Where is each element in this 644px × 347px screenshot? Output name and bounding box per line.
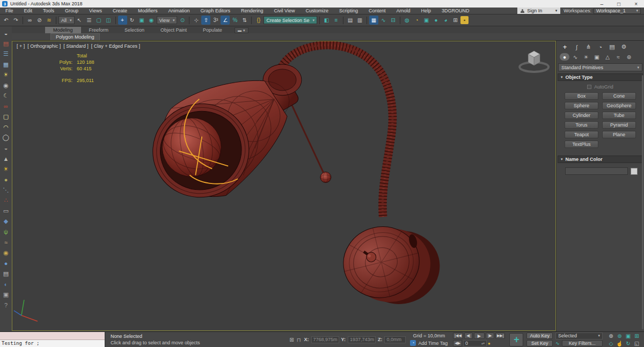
viewport-shading-menu[interactable]: [ Clay + Edged Faces ] <box>91 43 140 49</box>
viewport-layout-icon[interactable]: ⊞ <box>451 16 460 25</box>
teapot-button[interactable]: Teapot <box>565 131 598 138</box>
menu-help[interactable]: Help <box>415 8 436 13</box>
menu-civil-view[interactable]: Civil View <box>269 8 301 13</box>
grass-icon[interactable]: ψ <box>1 227 11 237</box>
ring-sphere-icon[interactable]: ◯ <box>1 133 11 142</box>
next-frame-button[interactable]: |▶ <box>486 333 494 339</box>
textplus-button[interactable]: TextPlus <box>565 141 598 148</box>
polyhedron-icon[interactable]: ◆ <box>1 217 11 226</box>
glasses-icon[interactable]: ∞ <box>1 102 11 111</box>
menu-arnold[interactable]: Arnold <box>391 8 415 13</box>
subtab-space-warps[interactable]: ≈ <box>613 53 623 61</box>
keyboard-shortcut-override-icon[interactable]: ⇧ <box>201 16 210 25</box>
teapot-icon[interactable]: ◒ <box>1 28 11 38</box>
ribbon-tab-modeling[interactable]: Modeling <box>45 27 81 33</box>
box-icon[interactable]: ▣ <box>1 290 11 299</box>
menu-customize[interactable]: Customize <box>300 8 334 13</box>
viewport-general-menu[interactable]: [ + ] <box>17 43 25 49</box>
box-button[interactable]: Box <box>565 92 598 100</box>
angle-snap-toggle-icon[interactable]: ∠ <box>221 16 230 25</box>
sun-icon[interactable]: ☀ <box>1 165 11 174</box>
curve-editor-icon[interactable]: ∿ <box>379 16 388 25</box>
view-cube[interactable] <box>519 51 548 72</box>
autogrid-checkbox[interactable] <box>587 85 591 89</box>
bind-to-space-warp-icon[interactable]: ≋ <box>45 16 54 25</box>
render-production-icon[interactable]: ● <box>431 16 441 25</box>
previous-frame-button[interactable]: ◀| <box>464 333 473 339</box>
clipboard-icon[interactable]: ▤ <box>1 269 11 278</box>
zoom-extents-icon[interactable]: ▣ <box>624 333 632 339</box>
subtab-systems[interactable]: ⊛ <box>624 53 634 61</box>
menu-create[interactable]: Create <box>107 8 133 13</box>
menu-scripting[interactable]: Scripting <box>334 8 363 13</box>
named-selection-set-dropdown[interactable]: Create Selection Se ▾ <box>264 16 317 24</box>
select-by-name-icon[interactable]: ☰ <box>85 16 94 25</box>
polygon-modeling-panel[interactable]: Polygon Modeling <box>50 33 100 40</box>
spinner-snap-toggle-icon[interactable]: ⇅ <box>240 16 249 25</box>
selection-filter-dropdown[interactable]: All ▾ <box>58 16 75 24</box>
menu-group[interactable]: Group <box>60 8 84 13</box>
window-crossing-icon[interactable]: ◫ <box>104 16 113 25</box>
tab-display[interactable]: ▤ <box>607 43 617 51</box>
rectangular-selection-region-icon[interactable]: ▢ <box>94 16 104 25</box>
key-selection-dropdown[interactable]: Selected ▾ <box>555 333 603 339</box>
zoom-extents-all-icon[interactable]: ⊞ <box>633 333 641 339</box>
maximize-viewport-icon[interactable]: ◱ <box>633 340 641 347</box>
object-color-swatch[interactable] <box>631 168 638 175</box>
zoom-icon[interactable]: ⊕ <box>607 333 615 339</box>
add-time-tag[interactable]: ◔ Add Time Tag <box>410 340 448 346</box>
menu-graph-editors[interactable]: Graph Editors <box>195 8 236 13</box>
gamepad-icon[interactable]: ▭ <box>1 206 11 216</box>
viewport[interactable]: [ + ] [ Orthographic ] [ Standard ] [ Cl… <box>12 41 556 331</box>
redo-icon[interactable]: ↷ <box>11 16 20 25</box>
tab-hierarchy[interactable]: ⋔ <box>583 43 594 51</box>
viewport-pov-menu[interactable]: [ Orthographic ] <box>27 43 61 49</box>
ribbon-toggle-icon[interactable]: ▦ <box>369 16 378 25</box>
torus-button[interactable]: Torus <box>565 121 598 129</box>
ribbon-minimize-button[interactable]: ▬ ▾ <box>235 27 248 33</box>
snaps-toggle-icon[interactable]: 3³ <box>211 16 220 25</box>
ribbon-tab-freeform[interactable]: Freeform <box>81 27 117 33</box>
viewport-style-menu[interactable]: [ Standard ] <box>63 43 89 49</box>
cone-icon[interactable]: ▲ <box>1 154 11 163</box>
lamp-model[interactable] <box>141 45 448 316</box>
select-and-rotate-icon[interactable]: ↻ <box>128 16 137 25</box>
panel-scrollbar[interactable] <box>642 75 643 329</box>
tab-utilities[interactable]: ⚙ <box>619 43 629 51</box>
menu-file[interactable]: File <box>0 8 19 13</box>
name-color-header[interactable]: ▾ Name and Color <box>558 156 643 163</box>
zoom-region-icon[interactable]: ◇ <box>607 340 615 347</box>
lightbulb-icon[interactable]: ☀ <box>1 70 11 79</box>
sign-in-button[interactable]: Sign In ▾ <box>517 8 560 14</box>
frame-spinner-down[interactable]: ▾ <box>483 342 485 345</box>
rendered-frame-window-icon[interactable]: ▣ <box>422 16 431 25</box>
grid-icon[interactable]: ▦ <box>1 60 11 69</box>
maximize-button[interactable]: □ <box>617 1 620 7</box>
subtab-lights[interactable]: ☀ <box>581 53 591 61</box>
menu-3dground[interactable]: 3DGROUND <box>436 8 475 13</box>
macro-recorder-pane[interactable] <box>0 332 105 340</box>
default-tangent-icon[interactable]: ∿ <box>555 341 560 346</box>
subtab-geometry[interactable]: ● <box>560 53 569 61</box>
layer-explorer-icon[interactable]: ▥ <box>355 16 364 25</box>
sphere-icon[interactable]: ● <box>1 175 11 184</box>
select-and-manipulate-icon[interactable]: ⊹ <box>192 16 201 25</box>
auto-key-button[interactable]: Auto Key <box>526 333 553 339</box>
align-icon[interactable]: ≡ <box>332 16 341 25</box>
pyramid-button[interactable]: Pyramid <box>602 121 636 129</box>
close-button[interactable]: × <box>634 1 638 7</box>
ribbon-tab-object-paint[interactable]: Object Paint <box>152 27 195 33</box>
ribbon-tab-populate[interactable]: Populate <box>195 27 230 33</box>
y-coordinate-field[interactable]: 1937,743m <box>348 336 376 343</box>
percent-snap-toggle-icon[interactable]: % <box>230 16 239 25</box>
selection-lock-icon[interactable]: ⊓ <box>297 337 301 343</box>
coin-icon[interactable]: ◉ <box>1 248 11 257</box>
help-icon[interactable]: ? <box>1 300 11 309</box>
swatch-icon[interactable]: ▢ <box>1 112 11 121</box>
subtab-shapes[interactable]: ∿ <box>570 53 580 61</box>
menu-modifiers[interactable]: Modifiers <box>133 8 163 13</box>
primitive-category-dropdown[interactable]: Standard Primitives ▾ <box>558 63 642 71</box>
select-object-icon[interactable]: ↖ <box>75 16 84 25</box>
tab-motion[interactable]: ◔ <box>595 43 605 51</box>
play-button[interactable]: ▶ <box>474 333 485 339</box>
